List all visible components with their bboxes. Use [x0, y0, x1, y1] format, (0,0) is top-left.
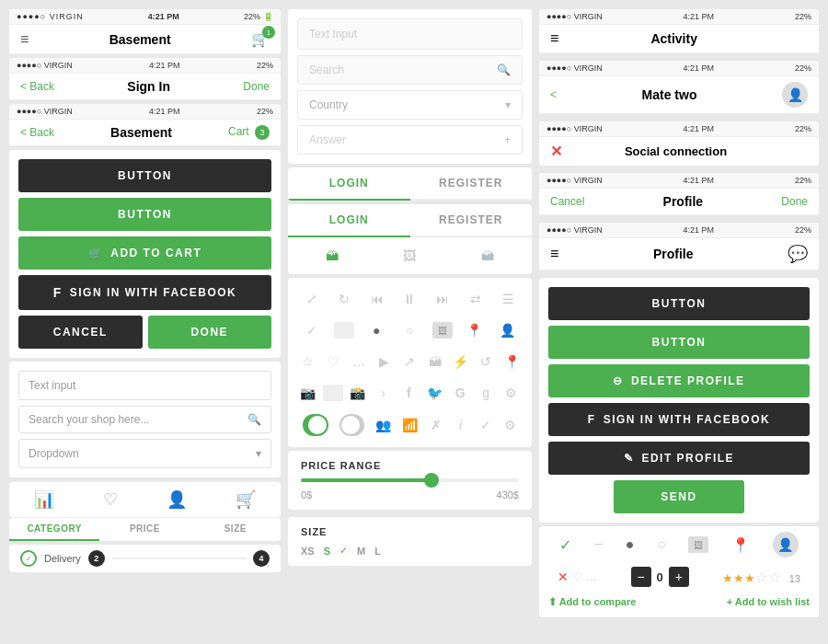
button-1-right[interactable]: BUTTON: [548, 287, 810, 320]
x-icon-bottom[interactable]: ✕: [558, 569, 569, 584]
facebook-signin-button[interactable]: f SIGN IN WITH FACEBOOK: [18, 275, 271, 310]
country-dropdown[interactable]: Country ▾: [297, 90, 523, 120]
next-icon[interactable]: ⏭: [431, 288, 454, 310]
share-icon[interactable]: ↗: [398, 351, 420, 373]
close-button-social[interactable]: ✕: [550, 143, 562, 160]
edit-profile-button[interactable]: ✎ EDIT PROFILE: [548, 442, 810, 475]
tab-login-2[interactable]: LOGIN: [288, 204, 410, 237]
photo-cam-icon[interactable]: 📸: [347, 382, 369, 404]
tab-login-1[interactable]: LOGIN: [288, 167, 410, 201]
hamburger-icon-right[interactable]: ≡: [550, 30, 558, 47]
twitter-icon: 🐦: [423, 382, 445, 404]
nav-item-chart[interactable]: 📊: [34, 489, 54, 510]
tabs-section-2: LOGIN REGISTER 🏔 🖼 🏔: [288, 204, 532, 274]
menu-icon-profile[interactable]: ≡: [550, 246, 558, 262]
tab-price[interactable]: PRICE: [99, 518, 190, 541]
tab-category[interactable]: CATEGORY: [9, 518, 99, 541]
star-rating-group: ★★★☆☆ 13: [722, 569, 800, 586]
price-min: 0$: [301, 489, 312, 500]
photo-icon-1[interactable]: 🏔: [321, 245, 343, 267]
tab-register-1[interactable]: REGISTER: [410, 167, 533, 201]
dropdown-left[interactable]: Dropdown ▾: [18, 439, 271, 468]
lightning-icon: ⚡: [450, 351, 472, 373]
size-xs[interactable]: XS: [301, 546, 315, 557]
back-button-mate[interactable]: <: [550, 88, 557, 101]
social-frame: ●●●●○ VIRGIN 4:21 PM 22% ✕ Social connec…: [539, 121, 819, 166]
size-s[interactable]: S: [324, 546, 330, 557]
pause-icon[interactable]: ⏸: [398, 288, 420, 310]
mate-avatar: 👤: [782, 82, 808, 108]
photo-placeholder-1: 🖼: [432, 322, 453, 339]
chevron-down-icon-country: ▾: [505, 98, 511, 111]
location-icon: 📍: [500, 351, 523, 373]
mate-frame: ●●●●○ VIRGIN 4:21 PM 22% < Mate two 👤: [539, 61, 819, 114]
text-input-middle[interactable]: Text Input: [297, 18, 523, 50]
settings-icon[interactable]: ⚙: [500, 382, 523, 404]
plus-icon-answer: +: [504, 133, 511, 146]
add-to-cart-button[interactable]: 🛒 ADD TO CART: [18, 236, 271, 270]
sign-in-frame: ●●●●○ VIRGIN 4:21 PM 22% < Back Sign In …: [9, 58, 281, 100]
button-2-left[interactable]: BUTTON: [18, 198, 271, 231]
cancel-button-profile[interactable]: Cancel: [550, 195, 584, 208]
prev-icon[interactable]: ⏮: [366, 288, 388, 310]
google-icon: g: [475, 382, 497, 404]
quantity-plus[interactable]: +: [669, 567, 689, 587]
quantity-minus[interactable]: −: [631, 567, 651, 587]
camera-icon[interactable]: 📷: [297, 382, 319, 404]
heart-icon-grid: ♡: [322, 351, 344, 373]
toggle-off[interactable]: [339, 414, 365, 436]
gear-icon[interactable]: ⚙: [503, 414, 517, 436]
search-input-middle[interactable]: Search 🔍: [297, 55, 523, 85]
answer-input[interactable]: Answer +: [297, 125, 523, 155]
photo-icon-3[interactable]: 🏔: [477, 245, 499, 267]
back-button-basket[interactable]: < Back: [20, 126, 54, 139]
chat-icon[interactable]: 💬: [788, 244, 808, 264]
nav-item-profile[interactable]: 👤: [167, 489, 187, 510]
tab-register-2[interactable]: REGISTER: [410, 204, 533, 237]
size-section: SIZE XS S ✓ M L: [288, 517, 532, 566]
done-button[interactable]: DONE: [148, 316, 272, 349]
text-input-left[interactable]: Text input: [18, 371, 271, 400]
cart-badge: 1: [262, 26, 275, 39]
bottom-nav-left: 📊 ♡ 👤 🛒: [9, 481, 281, 517]
shuffle-icon[interactable]: ⇄: [465, 288, 487, 310]
toggle-on[interactable]: [303, 414, 328, 436]
nav-item-cart[interactable]: 🛒: [236, 489, 256, 510]
circle-icon: ○: [398, 319, 420, 341]
tab-size[interactable]: SIZE: [190, 518, 281, 541]
cart-button-basket[interactable]: Cart 3: [228, 125, 270, 140]
list-icon[interactable]: ☰: [497, 288, 519, 310]
range-thumb[interactable]: [424, 473, 439, 488]
delete-profile-button[interactable]: ⊖ DELETE PROFILE: [548, 364, 810, 397]
google-plus-icon: G: [449, 382, 471, 404]
cancel-button[interactable]: CANCEL: [18, 316, 143, 349]
button-1-left[interactable]: BUTTON: [18, 159, 271, 192]
search-input-left[interactable]: Search your shop here... 🔍: [18, 406, 271, 433]
size-m[interactable]: M: [357, 546, 365, 557]
expand-icon[interactable]: ⤢: [301, 288, 323, 310]
button-2-right[interactable]: BUTTON: [548, 326, 810, 359]
heart-icon-bottom[interactable]: ♡: [572, 570, 582, 583]
add-to-wishlist-button[interactable]: + Add to wish list: [727, 596, 810, 608]
refresh-icon[interactable]: ↻: [333, 288, 355, 310]
hamburger-icon[interactable]: ≡: [20, 31, 29, 48]
add-to-compare-button[interactable]: ⬆ Add to compare: [548, 596, 636, 608]
quantity-control[interactable]: − 0 +: [631, 567, 689, 587]
nav-item-favorites[interactable]: ♡: [103, 489, 118, 510]
send-button[interactable]: SEND: [614, 480, 744, 513]
size-l[interactable]: L: [374, 546, 381, 557]
done-button-profile[interactable]: Done: [781, 195, 808, 208]
stars: ★★★: [722, 571, 755, 585]
back-button-signin[interactable]: < Back: [20, 80, 54, 93]
facebook-button-right[interactable]: f SIGN IN WITH FACEBOOK: [548, 403, 810, 436]
cart-icon-top[interactable]: 🛒 1: [251, 30, 270, 48]
nav-title-basement: Basement: [109, 32, 171, 47]
price-range-slider[interactable]: [301, 478, 519, 482]
photo-icon-2[interactable]: 🖼: [398, 245, 420, 267]
sync-icon[interactable]: ↺: [475, 351, 497, 373]
buttons-section-left: BUTTON BUTTON 🛒 ADD TO CART f SIGN IN WI…: [9, 150, 281, 358]
check-icon-sm: ✓: [478, 414, 492, 436]
done-button-signin[interactable]: Done: [243, 80, 270, 93]
tabs-section-1: LOGIN REGISTER: [288, 167, 532, 201]
play-icon[interactable]: ▶: [374, 351, 396, 373]
